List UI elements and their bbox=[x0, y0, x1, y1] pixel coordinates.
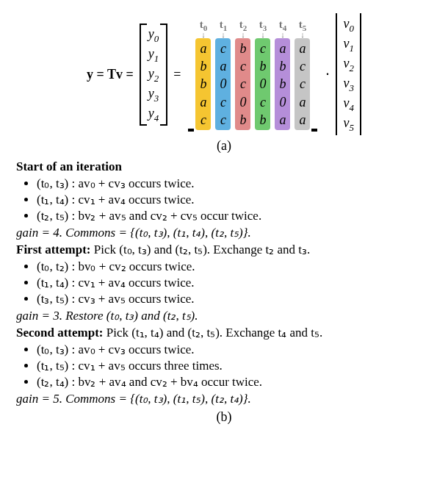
first-action: Pick (t₀, t₃) and (t₂, t₅). Exchange t₂ … bbox=[91, 243, 311, 256]
v-entry: v1 bbox=[343, 35, 353, 54]
vbar-left bbox=[336, 13, 337, 135]
col-body: b c c 0 b bbox=[235, 38, 250, 130]
cell: a bbox=[299, 40, 306, 57]
cell: b bbox=[259, 57, 266, 75]
y-vector: y0 y1 y2 y3 y4 bbox=[140, 24, 167, 126]
col-body: c b 0 c b bbox=[255, 38, 270, 130]
cell: 0 bbox=[279, 93, 286, 111]
y-entry: y4 bbox=[148, 104, 159, 124]
cell: 0 bbox=[259, 75, 266, 93]
v-column: v0 v1 v2 v3 v4 v5 bbox=[340, 13, 356, 135]
cell: b bbox=[279, 57, 286, 75]
eq-equals: = bbox=[173, 67, 181, 82]
first-list: (t₀, t₂) : bv₀ + cv₂ occurs twice. (t₁, … bbox=[37, 259, 432, 306]
cell: b bbox=[239, 111, 246, 129]
cell: c bbox=[260, 93, 266, 111]
cell: b bbox=[239, 40, 246, 57]
start-gain: gain = 4. Commons = {(t₀, t₃), (t₁, t₄),… bbox=[16, 225, 432, 240]
cell: c bbox=[240, 75, 246, 93]
cell: c bbox=[220, 111, 226, 129]
dot-operator: · bbox=[325, 66, 330, 83]
caption-a: (a) bbox=[16, 138, 432, 154]
col-t3: t3 ↓ c b 0 c b bbox=[255, 18, 270, 130]
col-t0: t0 ↓ a b b a c bbox=[195, 18, 211, 130]
col-body: a c c a a bbox=[295, 38, 310, 130]
T-columns: t0 ↓ a b b a c t1 ↓ c a 0 c c bbox=[195, 18, 310, 130]
list-item: (t₁, t₅) : cv₁ + av₅ occurs three times. bbox=[37, 358, 432, 373]
cell: c bbox=[300, 57, 306, 75]
col-t5: t5 ↓ a c c a a bbox=[295, 18, 310, 130]
col-body: a b b a c bbox=[195, 38, 211, 130]
cell: a bbox=[220, 57, 226, 75]
second-list: (t₀, t₃) : av₀ + cv₃ occurs twice. (t₁, … bbox=[37, 342, 432, 390]
arrow-icon: ↓ bbox=[241, 33, 245, 36]
second-attempt-line: Second attempt: Pick (t₁, t₄) and (t₂, t… bbox=[16, 325, 432, 340]
caption-b: (b) bbox=[16, 409, 432, 425]
col-t4: t4 ↓ a b b 0 a bbox=[275, 18, 290, 130]
y-entry: y3 bbox=[148, 85, 159, 104]
arrow-icon: ↓ bbox=[300, 33, 305, 36]
bracket-left bbox=[140, 24, 145, 126]
col-body: a b b 0 a bbox=[275, 38, 290, 130]
y-column: y0 y1 y2 y3 y4 bbox=[145, 24, 162, 126]
list-item: (t₀, t₃) : av₀ + cv₃ occurs twice. bbox=[37, 342, 432, 357]
cell: b bbox=[259, 111, 266, 129]
first-gain: gain = 3. Restore (t₀, t₃) and (t₂, t₅). bbox=[16, 308, 432, 323]
list-item: (t₃, t₅) : cv₃ + av₅ occurs twice. bbox=[37, 291, 432, 306]
arrow-icon: ↓ bbox=[201, 33, 206, 36]
col-t1: t1 ↓ c a 0 c c bbox=[215, 18, 231, 130]
arrow-icon: ↓ bbox=[221, 33, 225, 36]
first-title: First attempt: bbox=[16, 243, 91, 256]
cell: a bbox=[279, 111, 286, 129]
y-entry: y0 bbox=[148, 25, 159, 45]
cell: a bbox=[200, 40, 206, 57]
arrow-icon: ↓ bbox=[261, 33, 265, 36]
v-entry: v0 bbox=[343, 15, 353, 35]
cell: c bbox=[220, 40, 226, 57]
cell: c bbox=[220, 93, 226, 111]
cell: a bbox=[299, 93, 306, 111]
cell: a bbox=[279, 40, 286, 57]
col-t2: t2 ↓ b c c 0 b bbox=[235, 18, 250, 130]
cell: b bbox=[200, 57, 206, 75]
first-attempt-line: First attempt: Pick (t₀, t₃) and (t₂, t₅… bbox=[16, 242, 432, 257]
list-item: (t₀, t₂) : bv₀ + cv₂ occurs twice. bbox=[37, 259, 432, 274]
cell: b bbox=[200, 75, 206, 93]
eq-lhs: y = Tv = bbox=[87, 67, 134, 82]
list-item: (t₀, t₃) : av₀ + cv₃ occurs twice. bbox=[37, 176, 432, 191]
second-gain: gain = 5. Commons = {(t₀, t₃), (t₁, t₅),… bbox=[16, 391, 432, 406]
iteration-block: Start of an iteration (t₀, t₃) : av₀ + c… bbox=[16, 159, 432, 406]
v-entry: v5 bbox=[343, 114, 353, 134]
cell: 0 bbox=[220, 75, 226, 93]
list-item: (t₂, t₄) : bv₂ + av₄ and cv₂ + bv₄ occur… bbox=[37, 374, 432, 390]
T-matrix: t0 ↓ a b b a c t1 ↓ c a 0 c c bbox=[187, 18, 319, 130]
cell: c bbox=[240, 57, 246, 75]
y-entry: y2 bbox=[148, 65, 159, 85]
list-item: (t₂, t₅) : bv₂ + av₅ and cv₂ + cv₅ occur… bbox=[37, 208, 432, 223]
y-entry: y1 bbox=[148, 45, 159, 65]
start-list: (t₀, t₃) : av₀ + cv₃ occurs twice. (t₁, … bbox=[37, 176, 432, 223]
v-entry: v2 bbox=[343, 54, 353, 74]
start-title: Start of an iteration bbox=[16, 159, 432, 174]
equation-figure: y = Tv = y0 y1 y2 y3 y4 = t0 ↓ a bbox=[16, 13, 432, 135]
list-item: (t₁, t₄) : cv₁ + av₄ occurs twice. bbox=[37, 192, 432, 207]
second-action: Pick (t₁, t₄) and (t₂, t₅). Exchange t₄ … bbox=[104, 326, 323, 340]
v-entry: v4 bbox=[343, 94, 353, 114]
cell: 0 bbox=[239, 93, 246, 111]
v-vector: v0 v1 v2 v3 v4 v5 bbox=[336, 13, 361, 135]
arrow-icon: ↓ bbox=[281, 33, 285, 36]
vbar-right bbox=[360, 13, 361, 135]
cell: a bbox=[299, 111, 306, 129]
second-title: Second attempt: bbox=[16, 326, 104, 340]
col-body: c a 0 c c bbox=[215, 38, 231, 130]
cell: c bbox=[260, 40, 266, 57]
cell: a bbox=[200, 93, 206, 111]
list-item: (t₁, t₄) : cv₁ + av₄ occurs twice. bbox=[37, 275, 432, 290]
bracket-right bbox=[162, 24, 167, 126]
v-entry: v3 bbox=[343, 74, 353, 94]
cell: b bbox=[279, 75, 286, 93]
cell: c bbox=[300, 75, 306, 93]
cell: c bbox=[200, 111, 206, 129]
